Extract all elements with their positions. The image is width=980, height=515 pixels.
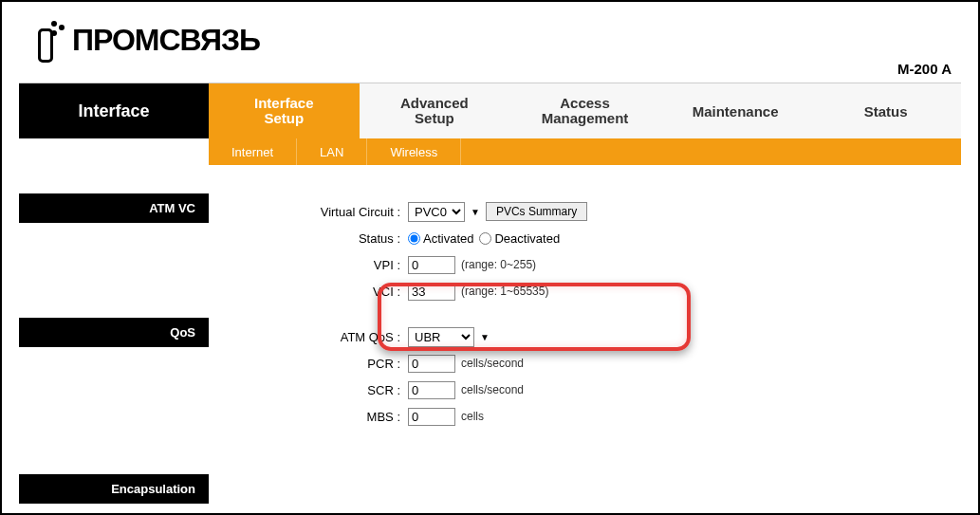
chevron-down-icon: ▼ [471,207,480,217]
vpi-input[interactable] [408,256,455,274]
sub-spacer [19,138,209,165]
form-area: Virtual Circuit : PVC0 ▼ PVCs Summary St… [209,193,961,504]
main-tabs: Interface Setup Advanced Setup Access Ma… [209,83,961,138]
main-nav-row: Interface Interface Setup Advanced Setup… [19,83,961,138]
subtab-lan[interactable]: LAN [297,138,367,165]
vc-select[interactable]: PVC0 [408,202,465,222]
chevron-down-icon: ▼ [480,332,490,342]
vpi-label: VPI : [247,258,408,272]
header: ПРОМСВЯЗЬ M-200 A [19,19,961,83]
status-deactivated-radio[interactable]: Deactivated [479,231,560,246]
atmqos-label: ATM QoS : [247,330,408,344]
atmqos-select[interactable]: UBR [408,327,474,347]
vc-label: Virtual Circuit : [247,205,408,219]
app-frame: ПРОМСВЯЗЬ M-200 A Interface Interface Se… [0,0,980,515]
vci-input[interactable] [408,283,455,301]
tab-advanced-setup[interactable]: Advanced Setup [360,83,510,138]
side-section-atm-vc: ATM VC [19,193,209,223]
tab-interface-setup[interactable]: Interface Setup [209,83,360,138]
content: ATM VC QoS Encapsulation Virtual Circuit… [19,193,961,504]
sub-tabs: Internet LAN Wireless [209,138,961,165]
vci-hint: (range: 1~65535) [461,285,548,298]
side-column: ATM VC QoS Encapsulation [19,193,209,504]
side-section-encapsulation: Encapsulation [19,474,209,504]
tab-maintenance[interactable]: Maintenance [660,83,811,138]
pcr-input[interactable] [408,355,455,373]
brand-text: ПРОМСВЯЗЬ [72,23,260,58]
status-activated-radio[interactable]: Activated [408,231,473,246]
mbs-input[interactable] [408,408,455,426]
subtab-internet[interactable]: Internet [209,138,297,165]
brand-logo: ПРОМСВЯЗЬ [38,21,260,59]
vpi-hint: (range: 0~255) [461,258,536,271]
model-label: M-200 A [897,61,952,77]
tab-status[interactable]: Status [810,83,961,138]
scr-input[interactable] [408,381,455,399]
scr-label: SCR : [247,383,408,397]
subtab-wireless[interactable]: Wireless [367,138,461,165]
pcr-label: PCR : [247,357,408,371]
sub-nav-row: Internet LAN Wireless [19,138,961,165]
tab-access-management[interactable]: Access Management [509,83,660,138]
mbs-label: MBS : [247,410,408,424]
pcr-unit: cells/second [461,357,524,370]
scr-unit: cells/second [461,383,524,396]
brand-icon [38,21,66,59]
status-label: Status : [247,231,408,246]
pvcs-summary-button[interactable]: PVCs Summary [486,202,587,221]
vci-label: VCI : [247,285,408,299]
side-section-qos: QoS [19,318,209,347]
mbs-unit: cells [461,410,484,423]
page-title: Interface [19,83,209,138]
